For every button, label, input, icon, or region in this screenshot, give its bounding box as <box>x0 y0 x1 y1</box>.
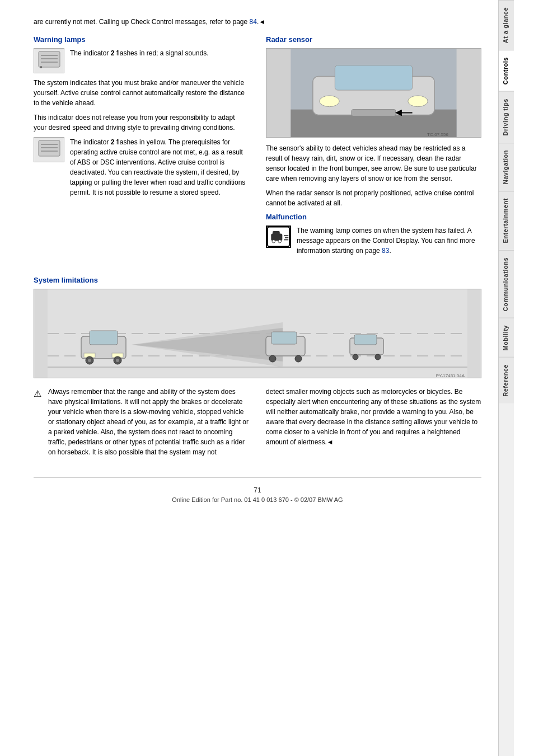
svg-text:PY-17451.04A: PY-17451.04A <box>436 373 465 378</box>
sidebar-tab-communications[interactable]: Communications <box>499 250 514 318</box>
radar-text-2: When the radar sensor is not properly po… <box>266 188 481 208</box>
sidebar-tab-driving-tips[interactable]: Driving tips <box>499 91 514 143</box>
two-column-section: Warning lamps ≡ The ind <box>34 35 481 265</box>
cruise-icon-svg: ≡ <box>38 51 60 71</box>
svg-rect-5 <box>39 140 60 156</box>
page-footer: 71 Online Edition for Part no. 01 41 0 0… <box>34 477 481 511</box>
radar-sensor-heading: Radar sensor <box>266 35 481 44</box>
malfunction-icon <box>266 226 291 248</box>
radar-text-1: The sensor's ability to detect vehicles … <box>266 143 481 184</box>
warning-lamps-section: Warning lamps ≡ The ind <box>34 35 249 265</box>
footer-text: Online Edition for Part no. 01 41 0 013 … <box>42 496 473 503</box>
caution-triangle-icon: ⚠ <box>34 387 45 398</box>
svg-point-21 <box>272 240 275 242</box>
sidebar-tab-at-a-glance[interactable]: At a glance <box>499 0 514 50</box>
malfunction-icon-svg <box>267 226 290 248</box>
svg-point-14 <box>408 96 428 107</box>
warning-body-2: This indicator does not release you from… <box>34 112 249 133</box>
svg-point-22 <box>278 240 281 242</box>
sidebar-tab-entertainment[interactable]: Entertainment <box>499 191 514 250</box>
yellow-indicator-block: The indicator 2 flashes in yellow. The p… <box>34 137 249 198</box>
caution-block: ⚠ Always remember that the range and abi… <box>34 387 249 462</box>
limitations-diagram-svg: PY-17451.04A <box>34 289 481 378</box>
svg-point-43 <box>295 355 302 362</box>
svg-point-38 <box>88 359 91 362</box>
svg-rect-33 <box>90 331 118 345</box>
page-wrapper: are currently not met. Calling up Check … <box>0 0 534 756</box>
svg-text:≡: ≡ <box>40 65 43 70</box>
svg-rect-15 <box>352 110 396 116</box>
svg-rect-41 <box>271 332 297 344</box>
page-number: 71 <box>42 486 473 494</box>
sidebar-tab-navigation[interactable]: Navigation <box>499 143 514 191</box>
malfunction-text: The warning lamp comes on when the syste… <box>297 226 481 256</box>
red-indicator-icon: ≡ <box>34 48 64 73</box>
svg-point-42 <box>269 355 276 362</box>
svg-point-39 <box>116 359 119 362</box>
red-indicator-text: The indicator 2 flashes in red; a signal… <box>70 48 209 73</box>
car-front-svg: TC-07-556 <box>266 49 481 137</box>
radar-sensor-section: Radar sensor <box>266 35 481 265</box>
limitations-col-left: ⚠ Always remember that the range and abi… <box>34 387 249 466</box>
malfunction-heading: Malfunction <box>266 213 481 221</box>
red-indicator-block: ≡ The indicator 2 flashes in red; a sign… <box>34 48 249 73</box>
limitations-col-right: detect smaller moving objects such as mo… <box>266 387 481 466</box>
yellow-indicator-icon <box>34 137 64 162</box>
system-limitations-section: System limitations <box>34 276 481 466</box>
sidebar-tab-controls[interactable]: Controls <box>499 50 514 91</box>
cruise-icon-yellow-svg <box>38 140 60 159</box>
system-limitations-image: PY-17451.04A <box>34 289 481 378</box>
limitations-right-text: detect smaller moving objects such as mo… <box>266 387 481 447</box>
radar-sensor-image: TC-07-556 <box>266 48 481 138</box>
sidebar-tab-reference[interactable]: Reference <box>499 357 514 403</box>
svg-rect-45 <box>354 335 377 345</box>
caution-text: Always remember that the range and abili… <box>48 387 249 457</box>
svg-rect-20 <box>273 231 280 236</box>
limitations-text-columns: ⚠ Always remember that the range and abi… <box>34 387 481 466</box>
yellow-indicator-text: The indicator 2 flashes in yellow. The p… <box>70 137 249 198</box>
svg-point-47 <box>375 354 381 360</box>
warning-lamps-heading: Warning lamps <box>34 35 249 44</box>
sidebar-tabs: At a glance Controls Driving tips Naviga… <box>498 0 514 756</box>
sidebar-tab-mobility[interactable]: Mobility <box>499 318 514 358</box>
malfunction-link[interactable]: 83 <box>382 247 389 255</box>
svg-point-46 <box>353 354 358 360</box>
svg-rect-12 <box>335 65 412 90</box>
intro-text: are currently not met. Calling up Check … <box>34 17 481 27</box>
warning-body-1: The system indicates that you must brake… <box>34 78 249 108</box>
system-limitations-heading: System limitations <box>34 276 481 284</box>
intro-link[interactable]: 84 <box>250 18 257 26</box>
svg-text:TC-07-556: TC-07-556 <box>427 132 448 137</box>
malfunction-block: The warning lamp comes on when the syste… <box>266 226 481 260</box>
main-content: are currently not met. Calling up Check … <box>0 0 498 756</box>
svg-point-13 <box>320 96 340 107</box>
